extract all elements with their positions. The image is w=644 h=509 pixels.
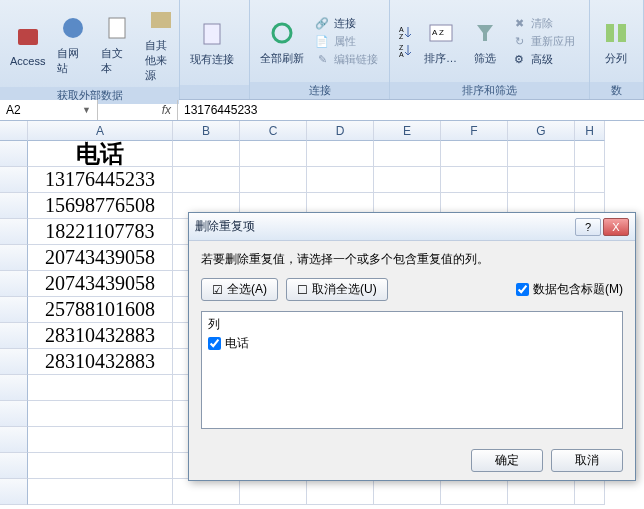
cell[interactable] [173,141,240,167]
cell[interactable] [575,141,605,167]
column-header[interactable]: H [575,121,605,141]
cell[interactable] [508,167,575,193]
row-header[interactable] [0,323,28,349]
row-header[interactable] [0,479,28,505]
advanced-filter-button[interactable]: ⚙高级 [509,51,577,67]
name-box[interactable]: A2▼ [0,100,98,120]
cell[interactable] [441,141,508,167]
row-header[interactable] [0,375,28,401]
help-button[interactable]: ? [575,218,601,236]
row-header[interactable] [0,349,28,375]
column-header[interactable]: D [307,121,374,141]
cell[interactable] [575,479,605,505]
fx-label[interactable]: fx [98,100,178,120]
sort-icon: A Z [425,17,457,49]
cell[interactable] [173,479,240,505]
dialog-titlebar[interactable]: 删除重复项 ? X [189,213,635,241]
cell[interactable] [508,141,575,167]
cell[interactable]: 28310432883 [28,349,173,375]
cell[interactable] [28,375,173,401]
sort-button[interactable]: A Z排序… [420,15,461,68]
cell[interactable] [374,167,441,193]
sort-desc-button[interactable]: ZA [396,42,416,58]
cell[interactable] [173,167,240,193]
select-all-corner[interactable] [0,121,28,141]
select-all-button[interactable]: ☑全选(A) [201,278,278,301]
cell[interactable]: 15698776508 [28,193,173,219]
cell[interactable] [307,141,374,167]
column-header[interactable]: B [173,121,240,141]
cell[interactable] [240,167,307,193]
from-access-button[interactable]: Access [6,19,49,69]
connections-icon [196,18,228,50]
cell[interactable] [307,479,374,505]
sort-desc-icon: ZA [398,42,414,58]
cell[interactable]: 18221107783 [28,219,173,245]
funnel-icon [469,17,501,49]
row-header[interactable] [0,219,28,245]
svg-text:A: A [399,26,404,33]
ribbon-group-label: 连接 [250,82,389,99]
sort-asc-button[interactable]: AZ [396,24,416,40]
from-other-button[interactable]: 自其他来源 [141,2,181,85]
row-header[interactable] [0,297,28,323]
columns-listbox[interactable]: 列 电话 [201,311,623,429]
column-header[interactable]: F [441,121,508,141]
row-header[interactable] [0,167,28,193]
cell[interactable] [441,479,508,505]
svg-text:Z: Z [399,44,404,51]
cell[interactable] [28,401,173,427]
row-header[interactable] [0,271,28,297]
refresh-icon [266,17,298,49]
existing-connections-button[interactable]: 现有连接 [186,16,238,69]
cell[interactable] [441,167,508,193]
dialog-title: 删除重复项 [195,218,573,235]
cell[interactable]: 20743439058 [28,271,173,297]
cell[interactable]: 28310432883 [28,323,173,349]
column-header[interactable]: G [508,121,575,141]
filter-button[interactable]: 筛选 [465,15,505,68]
text-icon [101,12,133,44]
cell[interactable] [307,167,374,193]
unchecklist-icon: ☐ [297,283,308,297]
cell[interactable] [508,479,575,505]
column-header[interactable]: E [374,121,441,141]
cell[interactable] [374,141,441,167]
cell[interactable]: 13176445233 [28,167,173,193]
has-header-checkbox[interactable]: 数据包含标题(M) [516,281,623,298]
formula-input[interactable]: 13176445233 [178,100,644,120]
svg-point-5 [273,24,291,42]
cell[interactable] [28,453,173,479]
from-text-button[interactable]: 自文本 [97,10,137,78]
svg-text:A: A [399,51,404,58]
svg-rect-3 [151,12,171,28]
cell[interactable]: 电话 [28,141,173,167]
row-header[interactable] [0,453,28,479]
unselect-all-button[interactable]: ☐取消全选(U) [286,278,388,301]
cell[interactable] [28,427,173,453]
column-checkbox-item[interactable]: 电话 [206,335,618,352]
row-header[interactable] [0,245,28,271]
connections-button[interactable]: 🔗连接 [312,15,380,31]
formula-bar: A2▼ fx 13176445233 [0,100,644,121]
from-web-button[interactable]: 自网站 [53,10,93,78]
row-header[interactable] [0,141,28,167]
row-header[interactable] [0,427,28,453]
cell[interactable] [575,167,605,193]
ribbon-group-label [180,85,249,99]
refresh-all-button[interactable]: 全部刷新 [256,15,308,68]
ok-button[interactable]: 确定 [471,449,543,472]
cell[interactable] [28,479,173,505]
cell[interactable]: 25788101608 [28,297,173,323]
cell[interactable]: 20743439058 [28,245,173,271]
cancel-button[interactable]: 取消 [551,449,623,472]
close-button[interactable]: X [603,218,629,236]
row-header[interactable] [0,193,28,219]
cell[interactable] [374,479,441,505]
svg-rect-0 [18,29,38,45]
column-header[interactable]: C [240,121,307,141]
text-to-columns-button[interactable]: 分列 [596,15,636,68]
cell[interactable] [240,141,307,167]
row-header[interactable] [0,401,28,427]
cell[interactable] [240,479,307,505]
